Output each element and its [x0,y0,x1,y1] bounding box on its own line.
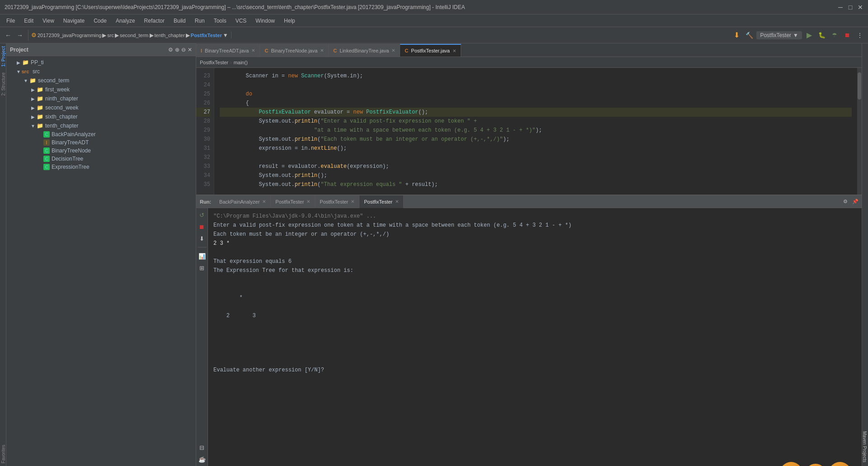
tab-close-adt[interactable]: ✕ [251,48,255,53]
tree-item-tenth-chapter[interactable]: ▼ 📁 tenth_chapter [6,121,196,130]
project-tab[interactable]: 1: Project [0,43,6,70]
tab-close-node[interactable]: ✕ [320,48,324,53]
project-chevron-icon[interactable]: ▶ [102,32,106,38]
expand-icon[interactable]: ⊕ [175,47,179,53]
run-tab-backpain[interactable]: BackPainAnalyzer ✕ [215,195,271,208]
menu-build[interactable]: Build [170,17,189,25]
run-stop-button[interactable]: ⏹ [197,222,207,232]
tab-binarytreeadt[interactable]: I BinaryTreeADT.java ✕ [196,44,260,57]
tree-item-second-term[interactable]: ▼ 📁 second_term [6,76,196,85]
postfix-tester-chevron-icon[interactable]: ▼ [223,32,228,38]
menu-help[interactable]: Help [280,17,299,25]
tree-item-pp-ti[interactable]: ▶ 📁 PP_ti [6,58,196,67]
tab-close-pt[interactable]: ✕ [453,48,456,53]
menu-code[interactable]: Code [90,17,110,25]
tree-item-binarytreeadt[interactable]: I BinaryTreeADT [6,138,196,147]
tree-item-second-week[interactable]: ▶ 📁 second_week [6,103,196,112]
editor-area: I BinaryTreeADT.java ✕ C BinaryTreeNode.… [196,43,862,466]
run-button[interactable]: ▶ [804,30,815,41]
toolbar-forward-button[interactable]: → [14,30,25,41]
breadcrumb-main[interactable]: main() [234,60,248,65]
window-controls[interactable]: ─ □ ✕ [837,4,863,10]
tenth-chapter-chevron-icon: ▶ [186,32,190,38]
favorites-tab[interactable]: Favorites [0,442,6,466]
tab-linkedbinarytree[interactable]: C LinkedBinaryTree.java ✕ [329,44,400,57]
run-tab-postfix1-close[interactable]: ✕ [307,199,310,204]
menu-tools[interactable]: Tools [210,17,230,25]
run-line-blank6 [213,329,856,338]
tab-binarytreenode[interactable]: C BinaryTreeNode.java ✕ [260,44,329,57]
tree-item-backpain[interactable]: C BackPainAnalyzer [6,130,196,138]
run-tab-postfix3[interactable]: PostfixTester ✕ [359,195,404,208]
gear-icon[interactable]: ⚙ [168,47,173,53]
stop-button[interactable]: ⏹ [842,30,853,41]
menu-edit[interactable]: Edit [20,17,37,25]
editor-scrollbar[interactable] [857,68,862,195]
project-panel-title: Project [10,47,28,53]
run-config-selector[interactable]: PostfixTester ▼ [756,31,802,39]
second-week-folder-icon: 📁 [36,104,43,111]
run-expand-button[interactable]: ⊟ [197,442,207,452]
tree-label-backpain: BackPainAnalyzer [52,131,95,138]
run-java-icon[interactable]: ☕ [197,454,207,464]
tree-item-first-week[interactable]: ▶ 📁 first_week [6,85,196,94]
tab-postfixtester[interactable]: C PostfixTester.java ✕ [400,44,461,57]
arrow-icon: ▶ [15,59,22,66]
run-tab-postfix2-close[interactable]: ✕ [351,199,354,204]
menu-window[interactable]: Window [252,17,278,25]
tree-item-decisiontree[interactable]: C DecisionTree [6,155,196,163]
menu-refactor[interactable]: Refactor [141,17,168,25]
build-icon[interactable]: 🔨 [744,30,755,41]
menu-file[interactable]: File [3,17,19,25]
structure-tab[interactable]: 2: Structure [0,70,6,99]
run-restart-button[interactable]: ↺ [197,210,207,220]
tree-item-ninth-chapter[interactable]: ▶ 📁 ninth_chapter [6,94,196,103]
toolbar: ← → ⚙ 20172309_javaProgramming ▶ src ▶ s… [0,27,868,43]
tree-item-sixth-chapter[interactable]: ▶ 📁 sixth_chapter [6,112,196,121]
toolbar-nav-group: ← → [3,30,28,41]
run-config-chevron-icon: ▼ [793,32,798,38]
run-tab-backpain-close[interactable]: ✕ [262,199,266,204]
more-run-actions[interactable]: ⋮ [854,30,865,41]
class-c3-icon: C [43,156,50,162]
tree-label-first-week: first_week [45,86,70,93]
editor-run-split: 23 24 25 26 27 28 29 30 31 32 33 34 35 S… [196,68,862,466]
run-with-coverage-button[interactable]: ☂ [829,30,840,41]
editor-scrollbar-thumb[interactable] [858,72,861,100]
tree-item-src[interactable]: ▼ src src [6,67,196,76]
code-content[interactable]: Scanner in = new Scanner(System.in); do … [214,68,857,195]
close-icon[interactable]: ✕ [188,47,192,53]
run-settings-icon[interactable]: ⚙ [841,197,850,206]
run-tab-postfix1[interactable]: PostfixTester ✕ [271,195,315,208]
menu-vcs[interactable]: VCS [232,17,250,25]
run-step-button[interactable]: ⬇ [197,233,207,243]
menu-navigate[interactable]: Navigate [60,17,88,25]
run-filter-button[interactable]: ⊞ [197,263,207,273]
tree-item-binarytreenode[interactable]: C BinaryTreeNode [6,147,196,155]
tree-label-second-term: second_term [38,77,69,84]
run-line-blank1 [213,248,856,257]
close-button[interactable]: ✕ [857,4,863,10]
run-tabs-wrap: Run: BackPainAnalyzer ✕ PostfixTester ✕ … [196,195,862,208]
maximize-button[interactable]: □ [847,4,854,10]
menu-view[interactable]: View [39,17,58,25]
breadcrumb-project[interactable]: PostfixTester [200,60,228,65]
menu-analyze[interactable]: Analyze [112,17,139,25]
maven-tab[interactable]: Maven Projects [862,428,868,466]
tenth-arrow-icon: ▼ [30,123,36,129]
download-icon[interactable]: ⬇ [731,30,742,41]
tree-item-expressiontree[interactable]: C ExpressionTree [6,163,196,171]
run-tab-postfix3-close[interactable]: ✕ [395,199,399,204]
tab-close-lbt[interactable]: ✕ [392,48,395,53]
tree-label-src: src [33,68,40,75]
toolbar-back-button[interactable]: ← [3,30,14,41]
tree-label-decisiontree: DecisionTree [52,156,83,162]
run-tab-postfix2[interactable]: PostfixTester ✕ [315,195,359,208]
collapse-icon[interactable]: ⊖ [181,47,186,53]
menu-run[interactable]: Run [191,17,208,25]
run-chart-button[interactable]: 📊 [197,251,207,261]
debug-button[interactable]: 🐛 [816,30,827,41]
minimize-button[interactable]: ─ [837,4,844,10]
first-week-folder-icon: 📁 [36,86,43,93]
run-pin-icon[interactable]: 📌 [851,197,860,206]
